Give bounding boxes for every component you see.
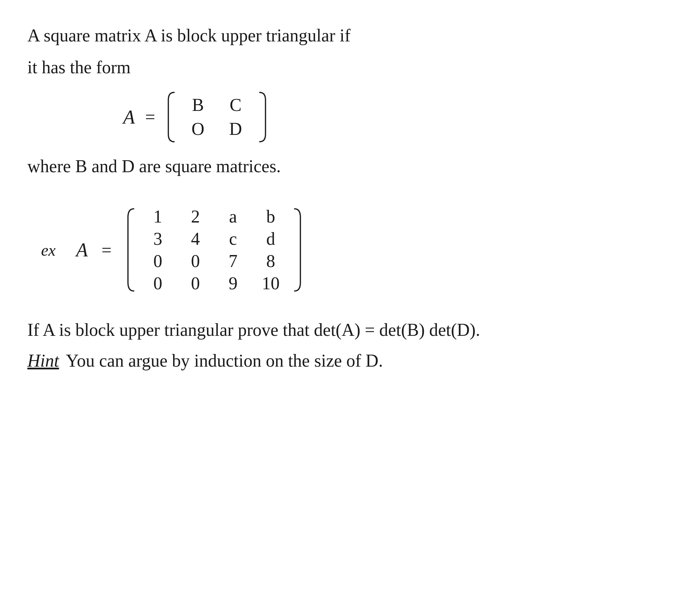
line-1: A square matrix A is block upper triangu… (27, 21, 673, 51)
cell-r1c1: 1 (146, 206, 170, 227)
left-bracket-2x2 (166, 90, 176, 144)
left-bracket-4x4 (125, 205, 135, 294)
cell-B: B (186, 95, 210, 115)
matrix-4x4-bracket-group: 1 2 a b 3 4 c d 0 0 7 8 0 0 9 10 (125, 202, 303, 298)
hint-word: Hint (27, 351, 59, 371)
right-bracket-4x4 (293, 205, 303, 294)
line-4: If A is block upper triangular prove tha… (27, 315, 673, 345)
cell-r2c3: c (221, 229, 245, 249)
matrix-2x2-grid: B C O D (176, 90, 258, 144)
cell-C: C (224, 95, 248, 115)
cell-r4c1: 0 (146, 273, 170, 293)
hint-line: Hint You can argue by induction on the s… (27, 351, 673, 371)
text-line-2: it has the form (27, 52, 673, 83)
text-line-4: If A is block upper triangular prove tha… (27, 315, 673, 345)
cell-r4c4: 10 (259, 273, 283, 293)
cell-r1c3: a (221, 206, 245, 227)
cell-O: O (186, 119, 210, 139)
line-3: where B and D are square matrices. (27, 151, 673, 181)
equals-ex: = (102, 240, 112, 260)
cell-r2c1: 3 (146, 229, 170, 249)
page: A square matrix A is block upper triangu… (0, 0, 700, 609)
cell-r3c3: 7 (221, 251, 245, 271)
cell-r4c3: 9 (221, 273, 245, 293)
hint-text: You can argue by induction on the size o… (66, 351, 383, 371)
cell-r1c4: b (259, 206, 283, 227)
text-line-1: A square matrix A is block upper triangu… (27, 21, 673, 51)
a-label-ex: A (76, 239, 88, 261)
cell-r2c4: d (259, 229, 283, 249)
matrix-2x2-bracket-group: B C O D (166, 90, 268, 144)
cell-r2c2: 4 (183, 229, 207, 249)
cell-r3c2: 0 (183, 251, 207, 271)
matrix-4x4-grid: 1 2 a b 3 4 c d 0 0 7 8 0 0 9 10 (135, 202, 293, 298)
cell-r4c2: 0 (183, 273, 207, 293)
cell-r3c4: 8 (259, 251, 283, 271)
ex-label: ex (41, 241, 56, 259)
right-bracket-2x2 (258, 90, 268, 144)
line-2: it has the form (27, 52, 673, 83)
cell-r1c2: 2 (183, 206, 207, 227)
matrix-2x2-row: A = B C O D (123, 90, 673, 144)
matrix-4x4-row: ex A = 1 2 a b 3 4 c d 0 0 7 8 0 (41, 202, 673, 298)
bottom-section: If A is block upper triangular prove tha… (27, 315, 673, 370)
equals-main: = (145, 107, 155, 127)
a-label-main: A (123, 106, 135, 128)
cell-r3c1: 0 (146, 251, 170, 271)
cell-D: D (224, 119, 248, 139)
text-line-3: where B and D are square matrices. (27, 151, 673, 181)
